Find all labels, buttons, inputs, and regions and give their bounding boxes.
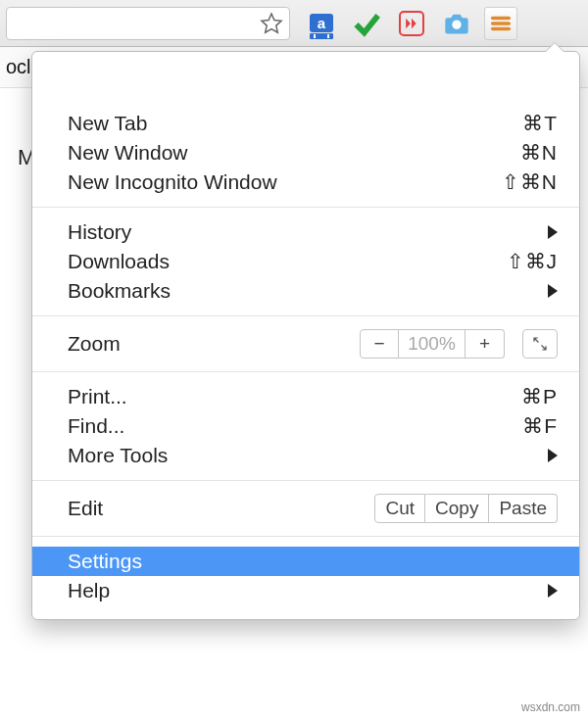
menu-label: New Incognito Window: [68, 170, 277, 194]
menu-label: Help: [68, 579, 110, 602]
menu-item-downloads[interactable]: Downloads ⇧⌘J: [32, 247, 579, 276]
menu-shortcut: ⇧⌘N: [502, 170, 558, 194]
menu-label: Print...: [68, 385, 127, 408]
watermark-text: wsxdn.com: [521, 700, 580, 714]
menu-item-bookmarks[interactable]: Bookmarks: [32, 276, 579, 306]
menu-shortcut: ⌘P: [521, 385, 558, 408]
menu-separator: [32, 371, 579, 372]
menu-label: Bookmarks: [68, 279, 171, 303]
bookmark-star-icon[interactable]: [260, 12, 283, 35]
tab-title-fragment: ocl: [6, 56, 31, 78]
submenu-arrow-icon: [548, 284, 558, 298]
cut-button[interactable]: Cut: [374, 494, 425, 523]
zoom-value: 100%: [399, 329, 466, 359]
hamburger-menu-button[interactable]: [484, 7, 517, 40]
menu-separator: [32, 480, 579, 481]
menu-label: Settings: [68, 550, 142, 573]
svg-point-1: [452, 20, 461, 28]
submenu-arrow-icon: [548, 584, 558, 598]
svg-marker-0: [262, 14, 281, 32]
menu-shortcut: ⌘F: [522, 414, 558, 438]
menu-label: New Tab: [68, 112, 147, 135]
menu-item-more-tools[interactable]: More Tools: [32, 441, 579, 470]
menu-shortcut: ⌘T: [522, 112, 558, 135]
menu-label: Downloads: [68, 250, 170, 273]
zoom-out-button[interactable]: −: [360, 329, 399, 359]
screenshot-extension-icon[interactable]: [443, 10, 470, 37]
fullscreen-button[interactable]: [522, 329, 558, 359]
zoom-in-button[interactable]: +: [466, 329, 505, 359]
menu-label: Find...: [68, 414, 124, 438]
menu-item-incognito[interactable]: New Incognito Window ⇧⌘N: [32, 168, 579, 197]
submenu-arrow-icon: [548, 225, 558, 239]
menu-shortcut: ⌘N: [520, 141, 558, 165]
checkmark-extension-icon[interactable]: [353, 10, 380, 37]
edit-buttons: Cut Copy Paste: [374, 494, 558, 523]
menu-item-history[interactable]: History: [32, 217, 579, 247]
main-menu-dropdown: New Tab ⌘T New Window ⌘N New Incognito W…: [31, 51, 580, 620]
zoom-controls: − 100% +: [360, 329, 505, 359]
skip-extension-icon[interactable]: [398, 10, 425, 37]
menu-label: New Window: [68, 141, 188, 165]
menu-item-edit: Edit Cut Copy Paste: [32, 491, 579, 526]
extension-icons: a: [308, 10, 470, 37]
address-bar[interactable]: [6, 7, 290, 40]
menu-item-new-tab[interactable]: New Tab ⌘T: [32, 109, 579, 138]
menu-separator: [32, 315, 579, 316]
paste-button[interactable]: Paste: [489, 494, 558, 523]
browser-toolbar: a: [0, 0, 588, 47]
copy-button[interactable]: Copy: [425, 494, 489, 523]
menu-shortcut: ⇧⌘J: [507, 250, 559, 273]
menu-separator: [32, 536, 579, 537]
menu-item-zoom: Zoom − 100% +: [32, 326, 579, 361]
submenu-arrow-icon: [548, 449, 558, 462]
menu-label: More Tools: [68, 444, 168, 467]
menu-separator: [32, 207, 579, 208]
menu-item-help[interactable]: Help: [32, 576, 579, 605]
menu-label: Zoom: [68, 332, 121, 356]
menu-item-new-window[interactable]: New Window ⌘N: [32, 138, 579, 168]
menu-item-print[interactable]: Print... ⌘P: [32, 382, 579, 411]
menu-label: History: [68, 220, 131, 244]
menu-item-settings[interactable]: Settings: [32, 547, 579, 576]
menu-label: Edit: [68, 497, 103, 520]
amazon-assistant-icon[interactable]: a: [308, 10, 335, 37]
menu-item-find[interactable]: Find... ⌘F: [32, 411, 579, 441]
